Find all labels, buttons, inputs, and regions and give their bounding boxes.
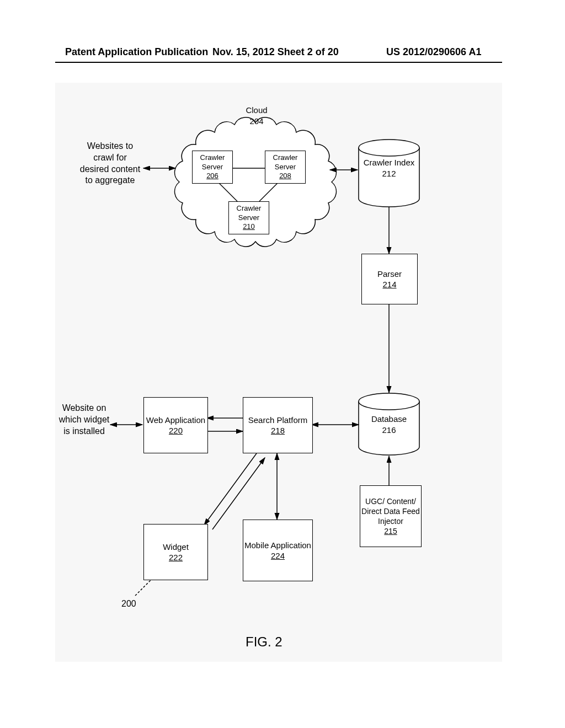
mobile-app-title: Mobile Application bbox=[244, 540, 311, 551]
crawler-server-3-title: Crawler Server bbox=[229, 204, 269, 223]
figure-area: Cloud 204 Crawler Server 206 Crawler Ser… bbox=[55, 83, 502, 662]
database-title: Database bbox=[371, 414, 407, 424]
database-num: 216 bbox=[382, 425, 396, 435]
mobile-app-num: 224 bbox=[271, 550, 285, 561]
header-left: Patent Application Publication bbox=[65, 46, 208, 58]
web-app-num: 220 bbox=[169, 425, 183, 436]
web-app-title: Web Application bbox=[146, 415, 205, 426]
widget-title: Widget bbox=[163, 542, 189, 553]
crawler-index-num: 212 bbox=[382, 169, 396, 178]
crawler-server-2-title: Crawler Server bbox=[265, 153, 305, 172]
svg-line-14 bbox=[204, 453, 257, 525]
crawler-server-3-num: 210 bbox=[243, 222, 255, 232]
cloud-num: 204 bbox=[249, 116, 263, 126]
crawler-server-2-num: 208 bbox=[279, 172, 291, 181]
widget-box: Widget 222 bbox=[143, 524, 208, 580]
parser-box: Parser 214 bbox=[361, 254, 418, 304]
crawler-server-1-title: Crawler Server bbox=[193, 153, 232, 172]
crawler-server-1-num: 206 bbox=[206, 172, 218, 181]
ref-200: 200 bbox=[121, 598, 136, 610]
widget-num: 222 bbox=[169, 552, 183, 563]
crawler-index-title: Crawler Index bbox=[364, 158, 415, 167]
header-center: Nov. 15, 2012 Sheet 2 of 20 bbox=[212, 46, 339, 58]
crawler-index-label: Crawler Index 212 bbox=[361, 157, 417, 179]
header-right: US 2012/0290606 A1 bbox=[386, 46, 481, 58]
svg-point-0 bbox=[359, 140, 419, 156]
website-widget-label: Website on which widget is installed bbox=[58, 403, 110, 437]
parser-num: 214 bbox=[382, 279, 396, 290]
search-platform-box: Search Platform 218 bbox=[243, 397, 313, 453]
figure-caption: FIG. 2 bbox=[246, 634, 282, 650]
cloud-label: Cloud 204 bbox=[232, 105, 281, 126]
search-platform-title: Search Platform bbox=[248, 415, 308, 426]
websites-crawl-label: Websites to crawl for desired content to… bbox=[78, 141, 142, 186]
injector-box: UGC/ Content/ Direct Data Feed Injector … bbox=[360, 485, 422, 547]
svg-point-1 bbox=[359, 393, 419, 410]
parser-title: Parser bbox=[377, 269, 402, 280]
web-app-box: Web Application 220 bbox=[143, 397, 208, 453]
search-platform-num: 218 bbox=[271, 425, 285, 436]
injector-num: 215 bbox=[384, 526, 397, 536]
header-rule bbox=[55, 62, 502, 63]
database-label: Database 216 bbox=[361, 414, 417, 435]
crawler-server-3: Crawler Server 210 bbox=[228, 201, 269, 234]
crawler-server-1: Crawler Server 206 bbox=[192, 151, 233, 184]
injector-title: UGC/ Content/ Direct Data Feed Injector bbox=[360, 496, 421, 527]
cloud-title: Cloud bbox=[246, 105, 267, 115]
mobile-app-box: Mobile Application 224 bbox=[243, 520, 313, 581]
crawler-server-2: Crawler Server 208 bbox=[265, 151, 306, 184]
svg-line-15 bbox=[212, 458, 265, 529]
